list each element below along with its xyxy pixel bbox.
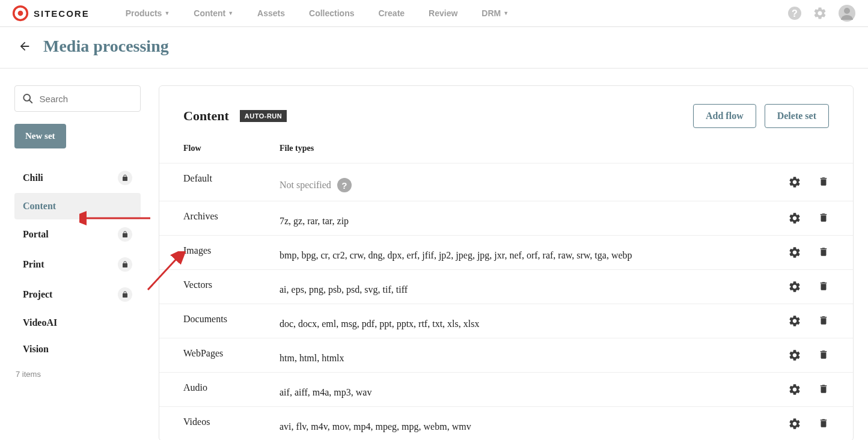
search-box[interactable] bbox=[14, 85, 141, 112]
gear-icon[interactable] bbox=[788, 246, 801, 259]
flow-filetypes: ai, eps, png, psb, psd, svg, tif, tiff bbox=[280, 278, 757, 295]
lock-badge bbox=[118, 227, 132, 242]
nav-item-review[interactable]: Review bbox=[417, 8, 469, 18]
lock-icon bbox=[121, 291, 129, 298]
search-icon bbox=[22, 92, 34, 105]
help-icon[interactable]: ? bbox=[337, 178, 352, 192]
sidebar-item-chili[interactable]: Chili bbox=[14, 163, 141, 193]
lock-badge bbox=[118, 257, 132, 272]
back-arrow-icon[interactable] bbox=[18, 40, 31, 53]
help-icon[interactable]: ? bbox=[787, 6, 802, 20]
nav-items: Products▼Content▼AssetsCollectionsCreate… bbox=[114, 8, 521, 18]
panel-actions: Add flow Delete set bbox=[693, 104, 829, 128]
subheader: Media processing bbox=[0, 27, 868, 69]
table-row: Vectorsai, eps, png, psb, psd, svg, tif,… bbox=[159, 269, 853, 304]
nav-item-products[interactable]: Products▼ bbox=[114, 8, 182, 18]
row-actions bbox=[757, 280, 829, 293]
sidebar-item-project[interactable]: Project bbox=[14, 280, 141, 310]
user-avatar-icon[interactable] bbox=[838, 4, 856, 22]
gear-icon[interactable] bbox=[788, 280, 801, 293]
flow-name: Documents bbox=[183, 313, 280, 325]
lock-icon bbox=[121, 174, 129, 182]
table-header: Flow File types bbox=[159, 141, 853, 163]
nav-item-collections[interactable]: Collections bbox=[297, 8, 366, 18]
row-actions bbox=[757, 417, 829, 430]
svg-text:?: ? bbox=[792, 8, 798, 19]
main-area: New set ChiliContentPortalPrintProjectVi… bbox=[0, 69, 868, 440]
nav-item-assets[interactable]: Assets bbox=[245, 8, 297, 18]
gear-icon[interactable] bbox=[788, 314, 801, 328]
item-count: 7 items bbox=[14, 370, 141, 379]
row-actions bbox=[757, 349, 829, 362]
sidebar-item-content[interactable]: Content bbox=[14, 193, 141, 219]
flow-filetypes: doc, docx, eml, msg, pdf, ppt, pptx, rtf… bbox=[280, 313, 757, 329]
nav-item-label: Create bbox=[379, 8, 405, 18]
trash-icon[interactable] bbox=[818, 176, 829, 189]
flow-name: Vectors bbox=[183, 278, 280, 290]
chevron-down-icon: ▼ bbox=[228, 10, 233, 16]
sidebar-item-vision[interactable]: Vision bbox=[14, 336, 141, 362]
sidebar-item-label: Vision bbox=[23, 344, 49, 355]
sidebar-item-videoai[interactable]: VideoAI bbox=[14, 310, 141, 336]
panel-header: Content AUTO-RUN Add flow Delete set bbox=[159, 104, 853, 141]
trash-icon[interactable] bbox=[818, 383, 829, 396]
nav-item-label: Collections bbox=[309, 8, 354, 18]
gear-icon[interactable] bbox=[788, 176, 801, 189]
table-row: Archives7z, gz, rar, tar, zip bbox=[159, 201, 853, 235]
gear-icon[interactable] bbox=[788, 417, 801, 430]
trash-icon[interactable] bbox=[818, 212, 829, 225]
nav-item-label: Assets bbox=[257, 8, 285, 18]
gear-icon[interactable] bbox=[788, 212, 801, 225]
nav-right: ? bbox=[787, 4, 856, 22]
page-title: Media processing bbox=[43, 37, 169, 56]
flow-name: Audio bbox=[183, 381, 280, 393]
sidebar-item-portal[interactable]: Portal bbox=[14, 219, 141, 249]
col-header-types: File types bbox=[280, 144, 757, 153]
sidebar-item-label: Portal bbox=[23, 229, 49, 240]
flow-filetypes: bmp, bpg, cr, cr2, crw, dng, dpx, erf, j… bbox=[280, 244, 757, 261]
nav-item-create[interactable]: Create bbox=[367, 8, 417, 18]
delete-set-button[interactable]: Delete set bbox=[765, 104, 829, 128]
brand-logo[interactable]: SITECORE bbox=[12, 5, 90, 22]
row-actions bbox=[757, 383, 829, 396]
svg-point-5 bbox=[844, 8, 850, 14]
search-input[interactable] bbox=[40, 94, 133, 104]
table-row: Documentsdoc, docx, eml, msg, pdf, ppt, … bbox=[159, 304, 853, 338]
nav-item-label: DRM bbox=[481, 8, 501, 18]
row-actions bbox=[757, 176, 829, 189]
flow-filetypes: 7z, gz, rar, tar, zip bbox=[280, 210, 757, 227]
sidebar-list: ChiliContentPortalPrintProjectVideoAIVis… bbox=[14, 163, 141, 362]
flow-name: Images bbox=[183, 244, 280, 256]
nav-item-label: Products bbox=[126, 8, 162, 18]
col-header-flow: Flow bbox=[183, 144, 280, 153]
brand-text: SITECORE bbox=[34, 8, 90, 19]
gear-icon[interactable] bbox=[788, 349, 801, 362]
flow-name: Videos bbox=[183, 415, 280, 427]
table-row: Videosavi, flv, m4v, mov, mp4, mpeg, mpg… bbox=[159, 406, 853, 440]
panel-title: Content bbox=[183, 108, 229, 124]
table-row: Audioaif, aiff, m4a, mp3, wav bbox=[159, 372, 853, 406]
lock-badge bbox=[118, 287, 132, 302]
nav-item-drm[interactable]: DRM▼ bbox=[469, 8, 521, 18]
flows-table: Flow File types DefaultNot specified?Arc… bbox=[159, 141, 853, 440]
sidebar-item-print[interactable]: Print bbox=[14, 249, 141, 280]
content-panel: Content AUTO-RUN Add flow Delete set Flo… bbox=[159, 85, 854, 440]
trash-icon[interactable] bbox=[818, 314, 829, 328]
nav-item-label: Review bbox=[429, 8, 457, 18]
trash-icon[interactable] bbox=[818, 246, 829, 259]
flow-filetypes: htm, html, htmlx bbox=[280, 347, 757, 364]
add-flow-button[interactable]: Add flow bbox=[693, 104, 756, 128]
trash-icon[interactable] bbox=[818, 280, 829, 293]
table-row: Imagesbmp, bpg, cr, cr2, crw, dng, dpx, … bbox=[159, 235, 853, 269]
sitecore-logo-icon bbox=[12, 5, 29, 22]
nav-item-content[interactable]: Content▼ bbox=[182, 8, 245, 18]
gear-icon[interactable] bbox=[788, 383, 801, 396]
new-set-button[interactable]: New set bbox=[14, 124, 66, 148]
settings-icon[interactable] bbox=[813, 6, 827, 20]
flow-name: Default bbox=[183, 172, 280, 184]
trash-icon[interactable] bbox=[818, 417, 829, 430]
trash-icon[interactable] bbox=[818, 349, 829, 362]
svg-line-7 bbox=[29, 100, 32, 103]
row-actions bbox=[757, 212, 829, 225]
svg-point-1 bbox=[18, 11, 23, 16]
